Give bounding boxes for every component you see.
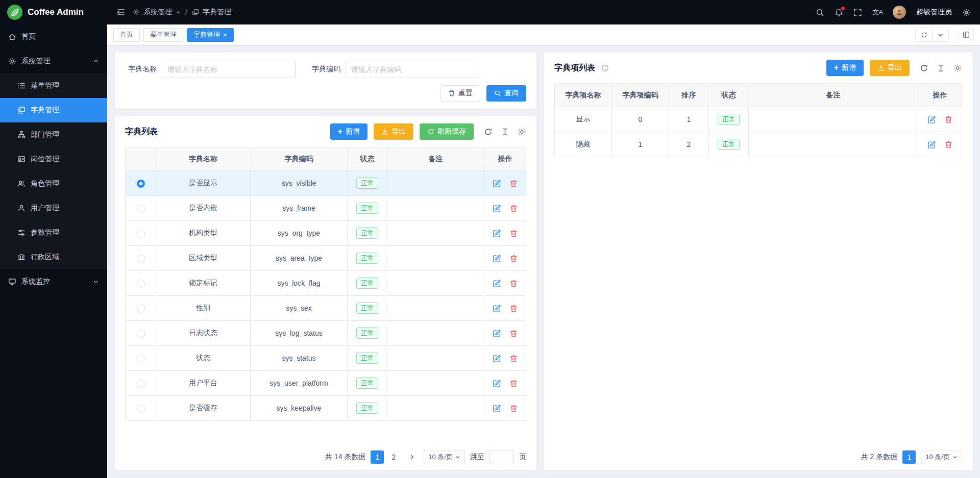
delete-icon[interactable] <box>509 229 518 238</box>
row-radio[interactable] <box>137 255 145 263</box>
table-row[interactable]: 锁定标记sys_lock_flag正常 <box>126 271 526 296</box>
sidebar-item-label: 系统监控 <box>21 277 50 286</box>
gear-icon[interactable] <box>518 128 526 136</box>
delete-icon[interactable] <box>509 354 518 363</box>
sidebar-item[interactable]: 部门管理 <box>0 122 107 147</box>
delete-icon[interactable] <box>944 115 953 124</box>
tab-menu-management[interactable]: 菜单管理 <box>143 28 183 42</box>
page-size-select[interactable]: 10 条/页 <box>921 450 962 464</box>
refresh-icon[interactable] <box>916 28 932 41</box>
breadcrumb-level1[interactable]: 系统管理 <box>143 8 172 17</box>
gear-icon[interactable] <box>953 64 962 72</box>
refresh-icon[interactable] <box>920 64 928 72</box>
table-row[interactable]: 隐藏12正常 <box>555 132 962 157</box>
delete-icon[interactable] <box>509 329 518 338</box>
breadcrumb-level2[interactable]: 字典管理 <box>203 8 231 17</box>
sidebar-item[interactable]: 菜单管理 <box>0 73 107 98</box>
translate-icon[interactable]: 文A <box>872 8 883 17</box>
delete-icon[interactable] <box>509 254 518 263</box>
table-row[interactable]: 性别sys_sex正常 <box>126 296 526 321</box>
sidebar-item[interactable]: 岗位管理 <box>0 147 107 171</box>
page-button-1[interactable]: 1 <box>902 450 916 464</box>
reset-button[interactable]: 重置 <box>440 85 480 102</box>
table-row[interactable]: 区域类型sys_area_type正常 <box>126 246 526 271</box>
delete-icon[interactable] <box>944 140 953 149</box>
table-row[interactable]: 显示01正常 <box>555 107 962 132</box>
density-icon[interactable] <box>501 128 509 136</box>
export-button[interactable]: 导出 <box>374 123 413 140</box>
page-button-2[interactable]: 2 <box>387 450 400 464</box>
sidebar-item[interactable]: 用户管理 <box>0 196 107 220</box>
row-radio[interactable] <box>137 305 145 313</box>
row-radio[interactable] <box>137 230 145 238</box>
row-radio[interactable] <box>137 180 145 188</box>
table-row[interactable]: 是否显示sys_visible正常 <box>126 171 526 196</box>
edit-icon[interactable] <box>493 354 501 363</box>
add-button[interactable]: + 新增 <box>826 60 864 76</box>
sidebar-item-monitor[interactable]: 系统监控 <box>0 269 107 294</box>
refresh-cache-button[interactable]: 刷新缓存 <box>420 123 474 140</box>
sidebar-item[interactable]: 角色管理 <box>0 171 107 196</box>
chevron-down-icon[interactable] <box>932 28 948 41</box>
sidebar-item[interactable]: 行政区域 <box>0 245 107 269</box>
query-button[interactable]: 查询 <box>486 85 526 102</box>
page-button-1[interactable]: 1 <box>371 450 384 464</box>
delete-icon[interactable] <box>509 379 518 388</box>
table-row[interactable]: 是否内嵌sys_frame正常 <box>126 196 526 221</box>
search-icon[interactable] <box>816 8 824 17</box>
delete-icon[interactable] <box>509 404 518 413</box>
export-button[interactable]: 导出 <box>870 60 910 76</box>
dict-code-input[interactable] <box>346 61 479 78</box>
edit-icon[interactable] <box>927 115 936 124</box>
table-row[interactable]: 是否缓存sys_keepalive正常 <box>126 396 526 421</box>
delete-icon[interactable] <box>509 204 518 213</box>
edit-icon[interactable] <box>493 179 501 188</box>
table-row[interactable]: 用户平台sys_user_platform正常 <box>126 371 526 396</box>
edit-icon[interactable] <box>493 404 501 413</box>
bell-icon[interactable] <box>835 8 843 17</box>
row-radio[interactable] <box>137 380 145 388</box>
status-badge: 正常 <box>356 303 378 314</box>
tab-home[interactable]: 首页 <box>113 28 140 42</box>
table-row[interactable]: 日志状态sys_log_status正常 <box>126 321 526 346</box>
dict-name-input[interactable] <box>162 61 296 78</box>
delete-icon[interactable] <box>509 279 518 288</box>
fullscreen-icon[interactable] <box>853 8 862 17</box>
page-size-select[interactable]: 10 条/页 <box>424 450 465 464</box>
edit-icon[interactable] <box>927 140 936 149</box>
menu-fold-icon[interactable] <box>116 8 126 17</box>
sidebar-item[interactable]: 字典管理 <box>0 98 107 122</box>
avatar[interactable] <box>893 6 906 19</box>
edit-icon[interactable] <box>493 204 501 213</box>
jump-page-input[interactable] <box>489 450 514 464</box>
sidebar-item-home[interactable]: 首页 <box>0 24 107 49</box>
username[interactable]: 超级管理员 <box>916 8 952 17</box>
edit-icon[interactable] <box>493 304 501 313</box>
row-radio[interactable] <box>137 280 145 288</box>
delete-icon[interactable] <box>509 179 518 188</box>
delete-icon[interactable] <box>509 304 518 313</box>
row-radio[interactable] <box>137 205 145 213</box>
close-icon[interactable]: × <box>223 32 227 38</box>
app-logo[interactable]: Coffee Admin <box>0 0 107 24</box>
edit-icon[interactable] <box>493 229 501 238</box>
table-row[interactable]: 状态sys_status正常 <box>126 346 526 371</box>
tab-dict-management[interactable]: 字典管理 × <box>187 28 234 42</box>
layout-icon[interactable] <box>959 28 974 41</box>
add-button[interactable]: + 新增 <box>330 123 368 140</box>
edit-icon[interactable] <box>493 329 501 338</box>
gear-icon[interactable] <box>962 8 971 17</box>
refresh-icon[interactable] <box>484 128 493 136</box>
row-radio[interactable] <box>137 405 145 413</box>
sidebar-item[interactable]: 参数管理 <box>0 220 107 245</box>
density-icon[interactable] <box>937 64 945 72</box>
edit-icon[interactable] <box>493 254 501 263</box>
row-radio[interactable] <box>137 355 145 363</box>
next-page-button[interactable] <box>405 450 419 464</box>
edit-icon[interactable] <box>493 279 501 288</box>
row-radio[interactable] <box>137 330 145 338</box>
edit-icon[interactable] <box>493 379 501 388</box>
sidebar-item-system[interactable]: 系统管理 <box>0 49 107 73</box>
table-row[interactable]: 机构类型sys_org_type正常 <box>126 221 526 246</box>
dict-pagination: 共 14 条数据 12 10 条/页 跳至 页 <box>125 445 526 464</box>
